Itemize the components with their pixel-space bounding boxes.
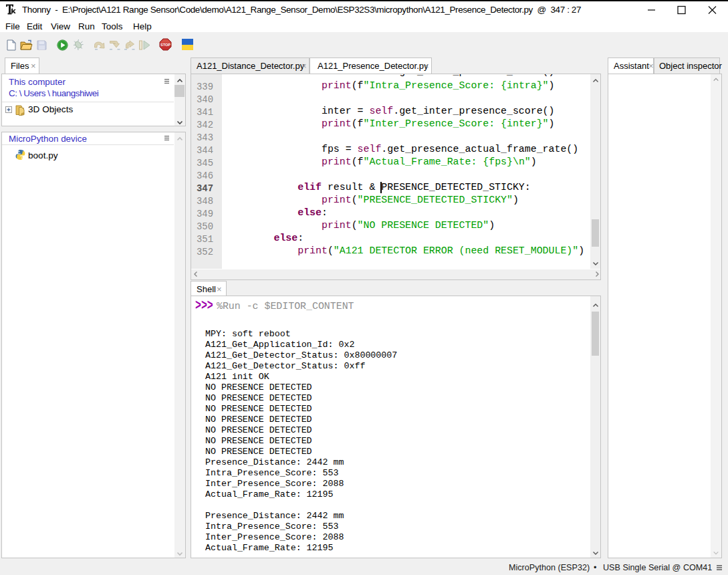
- svg-text:STOP: STOP: [160, 43, 170, 47]
